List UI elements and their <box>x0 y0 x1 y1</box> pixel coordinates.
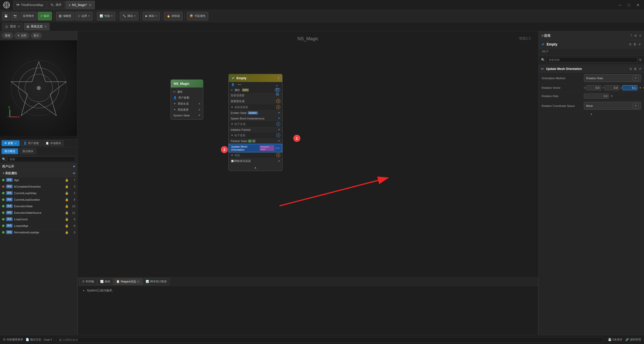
tab-script-stats[interactable]: 📊 脚本统计数据 <box>143 278 170 285</box>
node-item-system-state[interactable]: System State ✔ <box>171 113 203 118</box>
tab-params[interactable]: ⚙ 参数 ✕ <box>2 140 20 146</box>
z-input[interactable] <box>622 85 637 90</box>
cmd-input[interactable] <box>57 337 603 342</box>
bake-button[interactable]: 🔥 烘焙器 <box>164 12 183 20</box>
emitter-spawn-entry[interactable]: 发射器生成 + <box>229 98 282 104</box>
lighting-label: 光照 <box>21 34 26 37</box>
tab-thirdpersonmap[interactable]: 🗺 ThirdPersonMap <box>13 1 47 9</box>
tab-close-icon[interactable]: ✕ <box>89 3 92 7</box>
maximize-button[interactable]: □ <box>625 2 632 9</box>
rotation-rate-tag: Rotation Rate <box>260 145 274 151</box>
info-icon[interactable]: ℹ <box>278 76 279 80</box>
node-item-sys-update[interactable]: ▼ 系统更新 + <box>171 107 203 113</box>
toolbar-separator-4 <box>140 12 141 20</box>
initialize-particle-entry[interactable]: Initialize Particle ✔ <box>229 127 282 133</box>
node-item-user-params[interactable]: 👤 用户参数 <box>171 95 203 101</box>
param-name: bCompleteOnInactive <box>14 185 63 188</box>
orange-circle-icon2: + <box>276 105 280 109</box>
spawn-burst-entry[interactable]: Spawn Burst Instantaneous ✔ <box>229 116 282 121</box>
close-button[interactable]: ✕ <box>634 2 641 9</box>
orientation-method-select[interactable]: Rotation Rate ▾ <box>584 74 641 82</box>
filter-icon[interactable]: ⇅ <box>639 58 641 62</box>
node-item-sys-spawn[interactable]: ▼ 系统生成 + <box>171 101 203 107</box>
source-control-button[interactable]: 🔗 源码管理 <box>625 338 641 341</box>
log-close-icon[interactable]: ✕ <box>137 280 140 283</box>
settings-icon[interactable]: ⚙ <box>634 34 637 37</box>
debug-button[interactable]: 🔧 调试 ▾ <box>120 12 138 20</box>
content-sidebar-button[interactable]: ☰ 内容侧滑菜单 <box>3 338 23 341</box>
system-overview-close-icon[interactable]: ✕ <box>44 25 47 28</box>
list-item: 系统 CurrentLoopDelay 🔒 2 <box>0 190 77 196</box>
y-input[interactable] <box>604 85 619 90</box>
update-mesh-orientation-entry[interactable]: Update Mesh Orientation Rotation Rate ⬡ … <box>229 144 282 152</box>
perspective-btn[interactable]: 透视 <box>2 33 13 38</box>
expand-icon[interactable]: ▾ <box>639 86 641 90</box>
add-sys-update-icon[interactable]: + <box>198 108 200 112</box>
add-attr-button[interactable]: + 阶段 <box>275 88 280 92</box>
section-expand-icon[interactable]: ▾ <box>591 112 592 116</box>
orientation-method-selected: Rotation Rate <box>586 77 603 80</box>
save-button[interactable]: 💾 <box>2 12 10 20</box>
active-overview-tab[interactable]: 激活概览 <box>2 148 18 154</box>
node-collapse-button[interactable]: ▲ <box>229 164 282 171</box>
preview-close-icon[interactable]: ✕ <box>18 25 20 28</box>
lock-icon: 🔒 <box>65 178 69 182</box>
orange-circle-icon3: + <box>276 153 280 157</box>
camera-button[interactable]: 📷 <box>11 12 19 20</box>
active-module-tab[interactable]: 激活模块 <box>20 148 36 154</box>
rotation-coord-space-select[interactable]: Mesh ▾ <box>584 102 641 110</box>
trash-icon[interactable]: 🗑 <box>633 42 636 46</box>
add-user-public-button[interactable]: + <box>73 164 75 169</box>
reset-icon[interactable]: ↺ <box>643 86 644 90</box>
tab-system-overview[interactable]: ⊞ 系统总览 ✕ <box>24 23 50 30</box>
cmd-button[interactable]: Cmd ▾ <box>44 338 52 341</box>
compile-button[interactable]: ✔ 编译 <box>38 12 52 20</box>
apply-save-button[interactable]: 应用堆存 <box>20 12 37 20</box>
unsaved-button[interactable]: 💾 5未保存 <box>608 338 622 341</box>
bounds-button[interactable]: ⬡ 边界 ▾ <box>75 12 93 20</box>
particle-state-entry[interactable]: Particle State ● ∞ ✔ <box>229 138 282 144</box>
add-sys-spawn-icon[interactable]: + <box>198 102 200 106</box>
performance-button[interactable]: 📊 性能 ▾ <box>97 12 115 20</box>
svg-text:X: X <box>18 116 20 118</box>
param-name: ExecutionStateSource <box>14 211 63 214</box>
copy-icon[interactable]: ⧉ <box>629 42 631 46</box>
check-module-icon[interactable]: ✔ <box>639 67 641 71</box>
param-tag: 系统 <box>6 178 13 182</box>
extend-button[interactable]: 📦 可延展性 <box>187 12 208 20</box>
node-item-attribute[interactable]: ✏ 属性 <box>171 89 203 95</box>
tab-niagara-log[interactable]: 📋 Niagara日志 ✕ <box>113 278 142 285</box>
simulate-button[interactable]: ▶ 模拟 ▾ <box>143 12 160 20</box>
close-panel-icon[interactable]: ✕ <box>639 34 641 37</box>
x-input[interactable] <box>586 85 601 90</box>
tab-user-params[interactable]: 👤 用户参数 <box>21 140 42 146</box>
options-search-input[interactable] <box>546 57 637 63</box>
param-value: 11 <box>70 211 75 214</box>
copy-module-icon[interactable]: ⧉ <box>630 67 632 71</box>
lighting-btn[interactable]: ☀ 光照 <box>15 33 29 38</box>
node-ns-magic-header: NS_Magic <box>171 80 203 88</box>
add-system-prop-button[interactable]: + <box>73 171 75 176</box>
rotation-rate-input[interactable] <box>584 94 609 99</box>
rotation-rate-expand-icon[interactable]: ▾ <box>611 94 613 98</box>
tab-plugins[interactable]: 🔌 插件 <box>47 1 65 9</box>
trash-module-icon[interactable]: 🗑 <box>634 67 637 71</box>
tab-ns-magic[interactable]: ● NS_Magic* ✕ <box>65 1 95 9</box>
mesh-renderer-entry[interactable]: 🔲 网格体渲染器 ✔ <box>229 158 282 164</box>
module-check-btn[interactable]: ✔ <box>638 42 641 46</box>
params-close-icon[interactable]: ✕ <box>14 142 17 145</box>
emitter-state-entry[interactable]: Emitter State System ✔ <box>229 110 282 116</box>
tab-preview[interactable]: 🎥 预览 ✕ <box>2 23 23 30</box>
plus-icon: + 阶段 <box>276 84 279 97</box>
param-search-input[interactable] <box>7 156 75 162</box>
tab-local-modules[interactable]: 📋 本地模块 <box>43 140 64 146</box>
output-log-button[interactable]: 📄 输出日志 <box>26 338 41 341</box>
left-panel: 透视 ☀ 光照 显示 <box>0 31 77 335</box>
minimize-button[interactable]: ─ <box>616 2 623 9</box>
tab-curves[interactable]: 📈 曲线 <box>97 278 113 285</box>
lock-icon: 🔒 <box>65 185 69 188</box>
display-btn[interactable]: 显示 <box>31 33 42 38</box>
help-icon[interactable]: ? <box>630 34 632 37</box>
tab-timeline[interactable]: ⏱ 时间轴 <box>79 278 97 285</box>
thumbnail-button[interactable]: 🖼 缩略图 <box>56 12 74 20</box>
